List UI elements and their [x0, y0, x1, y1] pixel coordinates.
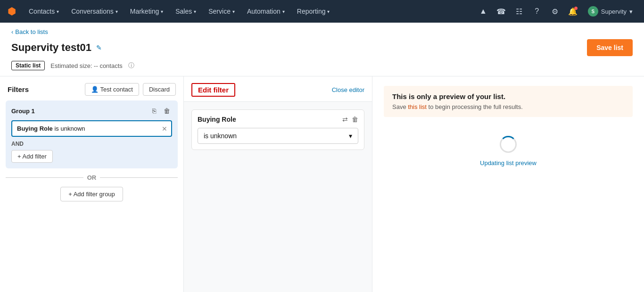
chevron-down-icon: ▾	[194, 9, 196, 14]
notification-badge	[574, 7, 578, 10]
top-nav: ⬢ Contacts ▾ Conversations ▾ Marketing ▾…	[0, 0, 644, 23]
group-title: Group 1	[11, 108, 35, 115]
person-icon: 👤	[91, 86, 99, 93]
preview-panel: This is only a preview of your list. Sav…	[372, 76, 644, 292]
nav-links: Contacts ▾ Conversations ▾ Marketing ▾ S…	[23, 5, 477, 18]
marketplace-icon[interactable]: ☷	[512, 5, 526, 18]
filter-item-text: Buying Role is unknown	[17, 125, 85, 132]
nav-right: ▲ ☎ ☷ ? ⚙ 🔔 S Supervity ▾	[477, 4, 636, 18]
nav-automation[interactable]: Automation ▾	[241, 5, 290, 18]
filters-body: Group 1 ⎘ 🗑 Buying Role is unknown ✕ AND	[0, 100, 183, 292]
filter-value-dropdown[interactable]: is unknown ▾	[198, 128, 358, 144]
add-filter-group-button[interactable]: + Add filter group	[60, 187, 123, 201]
delete-filter-icon[interactable]: ✕	[162, 125, 167, 133]
chevron-down-icon: ▾	[349, 132, 352, 140]
filter-row-actions: ⇄ 🗑	[342, 116, 358, 123]
delete-filter-row-icon[interactable]: 🗑	[352, 116, 358, 123]
test-contact-button[interactable]: 👤 Test contact	[85, 83, 139, 96]
delete-group-button[interactable]: 🗑	[162, 106, 172, 116]
edit-filter-panel: Edit filter Close editor Buying Role ⇄ 🗑…	[184, 76, 372, 292]
chevron-down-icon: ▾	[161, 9, 163, 14]
nav-sales[interactable]: Sales ▾	[170, 5, 202, 18]
chevron-down-icon: ▾	[232, 9, 235, 14]
group-header: Group 1 ⎘ 🗑	[11, 106, 172, 116]
preview-loading: Updating list preview	[384, 117, 633, 185]
group-header-actions: ⎘ 🗑	[150, 106, 172, 116]
main-content: Filters 👤 Test contact Discard Group 1 ⎘	[0, 76, 644, 292]
nav-reporting[interactable]: Reporting ▾	[291, 5, 336, 18]
nav-service[interactable]: Service ▾	[203, 5, 240, 18]
notifications-icon[interactable]: 🔔	[566, 5, 579, 18]
preview-notice: This is only a preview of your list. Sav…	[384, 86, 633, 117]
list-title-left: Supervity test01 ✎	[11, 42, 102, 54]
chevron-down-icon: ▾	[57, 9, 59, 14]
hubspot-logo: ⬢	[8, 6, 16, 17]
upgrade-icon[interactable]: ▲	[477, 5, 490, 18]
edit-filter-body: Buying Role ⇄ 🗑 is unknown ▾	[184, 102, 372, 292]
edit-filter-title: Edit filter	[191, 83, 235, 97]
sub-header: ‹ Back to lists Supervity test01 ✎ Save …	[0, 23, 644, 76]
swap-icon[interactable]: ⇄	[342, 116, 348, 123]
filter-group-1: Group 1 ⎘ 🗑 Buying Role is unknown ✕ AND	[6, 100, 178, 168]
page-container: ‹ Back to lists Supervity test01 ✎ Save …	[0, 23, 644, 292]
help-icon[interactable]: ?	[530, 5, 544, 18]
filters-panel: Filters 👤 Test contact Discard Group 1 ⎘	[0, 76, 184, 292]
chevron-down-icon: ▾	[327, 9, 330, 14]
info-icon[interactable]: ⓘ	[128, 61, 134, 70]
copy-group-button[interactable]: ⎘	[150, 106, 158, 116]
filter-row-label: Buying Role	[198, 116, 236, 123]
filters-actions: 👤 Test contact Discard	[85, 83, 176, 96]
nav-marketing[interactable]: Marketing ▾	[124, 5, 169, 18]
static-list-badge: Static list	[11, 61, 45, 70]
save-this-list-link[interactable]: this list	[408, 103, 427, 110]
phone-icon[interactable]: ☎	[495, 5, 508, 18]
user-menu[interactable]: S Supervity ▾	[584, 4, 636, 18]
save-list-button[interactable]: Save list	[587, 39, 633, 56]
page-title: Supervity test01	[11, 42, 91, 54]
filters-title: Filters	[8, 85, 29, 93]
filters-header: Filters 👤 Test contact Discard	[0, 76, 183, 100]
filter-row-header: Buying Role ⇄ 🗑	[198, 116, 358, 123]
chevron-down-icon: ▾	[116, 9, 118, 14]
discard-button[interactable]: Discard	[143, 83, 176, 96]
avatar: S	[588, 6, 598, 17]
filter-item-buying-role[interactable]: Buying Role is unknown ✕	[11, 120, 172, 137]
preview-notice-body: Save this list to begin processing the f…	[392, 103, 624, 110]
or-divider: OR	[6, 174, 178, 181]
back-to-lists-link[interactable]: ‹ Back to lists	[11, 28, 633, 35]
add-filter-button[interactable]: + Add filter	[11, 150, 53, 163]
preview-notice-title: This is only a preview of your list.	[392, 92, 624, 100]
chevron-down-icon: ▾	[629, 8, 633, 15]
settings-icon[interactable]: ⚙	[548, 5, 561, 18]
filter-row-box: Buying Role ⇄ 🗑 is unknown ▾	[191, 109, 364, 150]
edit-title-icon[interactable]: ✎	[96, 44, 102, 51]
chevron-down-icon: ▾	[282, 9, 285, 14]
close-editor-button[interactable]: Close editor	[332, 86, 364, 93]
and-label: AND	[11, 141, 172, 147]
list-title-row: Supervity test01 ✎ Save list	[11, 39, 633, 56]
nav-conversations[interactable]: Conversations ▾	[66, 5, 124, 18]
nav-contacts[interactable]: Contacts ▾	[23, 5, 65, 18]
list-meta: Static list Estimated size: -- contacts …	[11, 61, 633, 76]
chevron-left-icon: ‹	[11, 28, 13, 35]
edit-filter-header: Edit filter Close editor	[184, 76, 372, 102]
updating-text: Updating list preview	[480, 159, 537, 167]
loading-spinner	[500, 136, 517, 153]
estimated-size: Estimated size: -- contacts	[50, 62, 122, 69]
